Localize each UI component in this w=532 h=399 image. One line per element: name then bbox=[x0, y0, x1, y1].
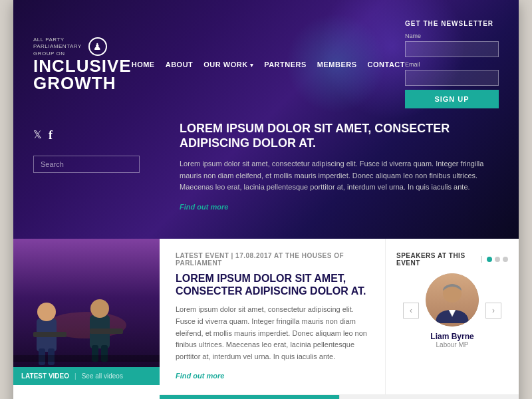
hero-section: ALL PARTYPARLIAMENTARYGROUP ON INCLUSIVE… bbox=[13, 0, 519, 239]
speaker-name: Liam Byrne bbox=[426, 332, 479, 341]
event-content: LATEST EVENT | 17.08.2017 AT THE HOUSES … bbox=[160, 239, 386, 394]
speaker-avatar bbox=[426, 273, 479, 327]
event-meta: LATEST EVENT | 17.08.2017 AT THE HOUSES … bbox=[176, 252, 369, 267]
event-image: LATEST VIDEO | See all videos bbox=[13, 239, 160, 385]
hero-body: 𝕏 f › LOREM IPSUM DOLOR SIT AMET, CONSEC… bbox=[33, 122, 499, 212]
newsletter-title: GET THE NEWSLETTER bbox=[405, 20, 499, 27]
event-image-svg bbox=[13, 239, 160, 385]
facebook-icon[interactable]: f bbox=[49, 128, 53, 142]
svg-rect-11 bbox=[90, 329, 123, 334]
hero-find-more[interactable]: Find out more bbox=[180, 203, 228, 211]
search-bar: › bbox=[33, 156, 140, 173]
avatar-svg bbox=[426, 273, 479, 327]
social-icons: 𝕏 f bbox=[33, 128, 166, 142]
logo-row: ALL PARTYPARLIAMENTARYGROUP ON bbox=[33, 37, 132, 57]
prev-speaker-button[interactable]: ‹ bbox=[403, 303, 419, 319]
speakers-area: SPEAKERS AT THIS EVENT | ‹ bbox=[386, 239, 519, 394]
speaker-role: Labour MP bbox=[426, 341, 479, 348]
dot-2[interactable] bbox=[495, 257, 500, 262]
video-bar: LATEST VIDEO | See all videos bbox=[13, 367, 160, 385]
hero-main: LOREM IPSUM DOLOR SIT AMET, CONSECTER AD… bbox=[166, 122, 499, 212]
event-content-row: LATEST EVENT | 17.08.2017 AT THE HOUSES … bbox=[160, 239, 519, 394]
video-bar-link[interactable]: See all videos bbox=[82, 372, 123, 380]
nav-home[interactable]: HOME bbox=[132, 61, 155, 68]
speaker-nav: ‹ bbox=[396, 273, 508, 348]
svg-rect-12 bbox=[13, 355, 160, 362]
hero-left: 𝕏 f › bbox=[33, 122, 166, 212]
dot-3[interactable] bbox=[503, 257, 508, 262]
event-find-more[interactable]: Find out more bbox=[176, 372, 224, 380]
svg-point-3 bbox=[37, 303, 56, 321]
speaker-dots bbox=[487, 257, 508, 262]
nav-members[interactable]: MEMBERS bbox=[317, 61, 357, 68]
logo-small-text: ALL PARTYPARLIAMENTARYGROUP ON bbox=[33, 37, 82, 57]
svg-rect-10 bbox=[33, 332, 66, 337]
nav-links: HOME ABOUT OUR WORK PARTNERS MEMBERS CON… bbox=[132, 61, 405, 68]
svg-point-7 bbox=[90, 299, 109, 318]
nav-contact[interactable]: CONTACT bbox=[368, 61, 405, 68]
event-right: LATEST EVENT | 17.08.2017 AT THE HOUSES … bbox=[160, 239, 519, 399]
bottom-bar-left: LATEST VIDEO | See all videos bbox=[160, 395, 339, 399]
signup-button[interactable]: SIGN UP bbox=[405, 90, 499, 108]
nav-about[interactable]: ABOUT bbox=[166, 61, 194, 68]
event-body-text: Lorem ipsum dolor sit amet, consectetur … bbox=[176, 304, 369, 362]
twitter-icon[interactable]: 𝕏 bbox=[33, 128, 42, 142]
bottom-bars: LATEST VIDEO | See all videos UPCOMING E… bbox=[160, 394, 519, 399]
video-bar-label: LATEST VIDEO bbox=[21, 372, 69, 380]
newsletter-name-label: Name bbox=[405, 33, 499, 39]
nav-partners[interactable]: PARTNERS bbox=[264, 61, 307, 68]
search-button[interactable]: › bbox=[139, 156, 140, 172]
newsletter-name-input[interactable] bbox=[405, 41, 499, 57]
logo-area: ALL PARTYPARLIAMENTARYGROUP ON INCLUSIVE… bbox=[33, 37, 132, 92]
bottom-section: LATEST VIDEO | See all videos LATEST EVE… bbox=[13, 239, 519, 399]
hero-body-text: Lorem ipsum dolor sit amet, consectetur … bbox=[180, 158, 485, 194]
hero-heading: LOREM IPSUM DOLOR SIT AMET, CONSECTER AD… bbox=[180, 122, 485, 150]
speakers-title: SPEAKERS AT THIS EVENT | bbox=[396, 252, 508, 267]
newsletter-email-input[interactable] bbox=[405, 70, 499, 86]
logo-title-line2: GROWTH bbox=[33, 74, 132, 92]
separator-pipe: | bbox=[481, 255, 483, 263]
bottom-bar-right: UPCOMING EVENTS | See all events bbox=[339, 395, 519, 399]
logo-title-line1: INCLUSIVE bbox=[33, 57, 132, 74]
event-heading: LOREM IPSUM DOLOR SIT AMET, CONSECTER AD… bbox=[176, 272, 369, 297]
nav-our-work[interactable]: OUR WORK bbox=[203, 61, 253, 68]
search-input[interactable] bbox=[34, 156, 139, 172]
newsletter-area: GET THE NEWSLETTER Name Email SIGN UP bbox=[405, 20, 499, 108]
next-speaker-button[interactable]: › bbox=[485, 303, 501, 319]
speaker-info: Liam Byrne Labour MP bbox=[426, 273, 479, 348]
logo-icon bbox=[88, 37, 107, 56]
newsletter-email-label: Email bbox=[405, 61, 499, 68]
dot-1[interactable] bbox=[487, 257, 492, 262]
screen: ALL PARTYPARLIAMENTARYGROUP ON INCLUSIVE… bbox=[13, 0, 519, 399]
hero-nav: ALL PARTYPARLIAMENTARYGROUP ON INCLUSIVE… bbox=[33, 20, 499, 108]
